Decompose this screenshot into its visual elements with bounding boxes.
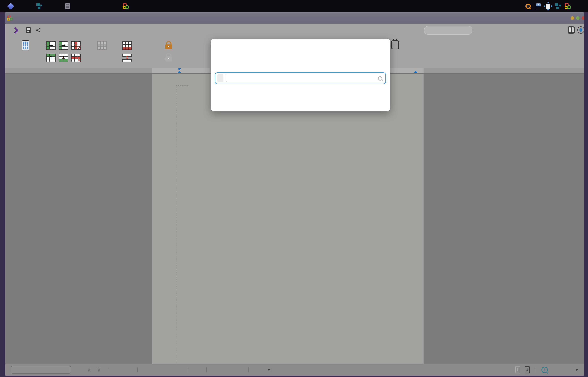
split-table-icon[interactable]: ↕	[122, 54, 132, 62]
zoom-caret-icon[interactable]: ▼	[575, 364, 579, 376]
indent-marker-icon[interactable]	[178, 71, 181, 73]
split-cells-icon[interactable]	[122, 42, 132, 50]
insert-row-below-icon[interactable]: ↓	[59, 54, 68, 62]
username-tag	[217, 74, 224, 82]
username-input[interactable]	[215, 72, 386, 84]
office-logo-icon	[123, 3, 129, 9]
sidebar-toggle-icon[interactable]	[568, 26, 575, 34]
save-icon[interactable]	[26, 27, 31, 33]
menubar	[5, 24, 584, 36]
language-caret-icon[interactable]: ▼	[267, 364, 271, 376]
search-next-icon[interactable]: ∨	[97, 364, 101, 376]
text-boundary	[176, 85, 176, 364]
share-icon[interactable]	[35, 27, 41, 33]
delete-column-icon[interactable]: ✕	[71, 41, 81, 50]
minimize-button[interactable]	[571, 16, 574, 20]
file-cabinet-icon	[65, 3, 70, 9]
insert-row-above-icon[interactable]: ↑	[46, 54, 56, 62]
search-input[interactable]	[11, 366, 71, 374]
document-badge	[424, 26, 472, 35]
collapse-toolbar-icon[interactable]	[12, 27, 18, 34]
right-indent-marker-icon[interactable]	[414, 71, 417, 73]
search-prev-icon[interactable]: ∧	[87, 364, 91, 376]
protect-cells-lock-icon[interactable]	[165, 44, 172, 49]
page-up-icon: ↑	[515, 366, 520, 374]
search-icon[interactable]	[525, 3, 531, 9]
expand-icon[interactable]	[546, 4, 550, 9]
indent-marker-icon[interactable]	[178, 68, 181, 71]
zoom-fit-icon[interactable]: 1	[541, 367, 548, 373]
document-page[interactable]	[152, 74, 424, 364]
close-button[interactable]	[582, 16, 584, 20]
splash-tiles-tray-icon[interactable]	[555, 3, 561, 9]
screen: ← → ✕ ↑ ↓ ✕ ↕	[0, 0, 588, 377]
share-dialog	[211, 39, 390, 111]
merge-cells-icon	[97, 41, 107, 50]
window-title	[5, 12, 584, 24]
taskbar	[0, 0, 588, 12]
delete-row-icon[interactable]: ✕	[71, 54, 81, 62]
navigator-compass-icon[interactable]	[577, 26, 584, 34]
maximize-button[interactable]	[576, 16, 580, 20]
text-boundary	[176, 85, 188, 86]
table-properties-icon[interactable]	[22, 40, 29, 50]
insert-column-right-icon[interactable]: →	[59, 41, 68, 50]
date-field-icon[interactable]	[391, 40, 399, 49]
document-area[interactable]	[5, 74, 584, 364]
input-search-icon	[378, 76, 382, 81]
page-down-icon[interactable]: ↓	[525, 366, 530, 374]
statusbar: ∧ ∨ ▼ ↑ ↓ 1 ▼	[5, 364, 584, 376]
window-titlebar[interactable]	[5, 12, 584, 24]
text-cursor	[226, 75, 226, 81]
flag-icon[interactable]	[536, 3, 541, 9]
insert-column-left-icon[interactable]: ←	[46, 41, 56, 50]
office-logo-tray-icon[interactable]	[565, 3, 571, 9]
unprotect-cells-lock-icon	[165, 56, 172, 61]
splash-tiles-icon	[36, 3, 43, 9]
menu-gem-icon	[7, 3, 14, 10]
